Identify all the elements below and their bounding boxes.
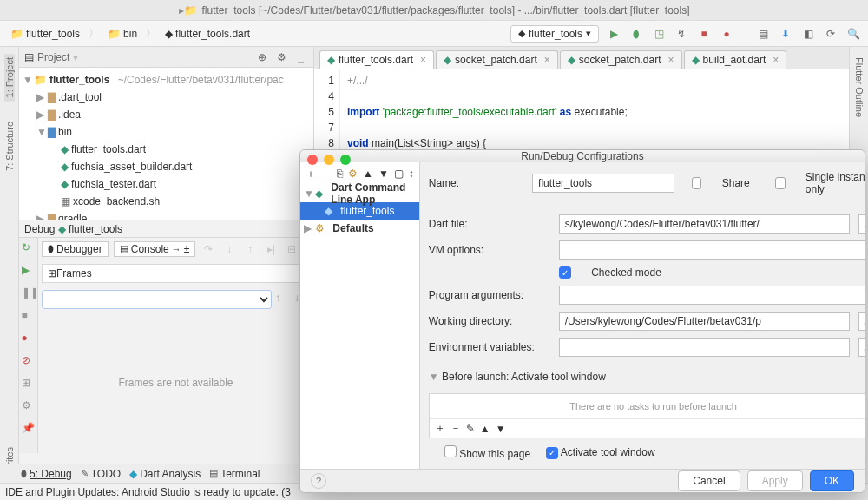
env-label: Environment variables: xyxy=(429,341,550,353)
editor-tab[interactable]: ◆build_aot.dart× xyxy=(684,50,787,69)
before-launch-label[interactable]: Before launch: Activate tool window xyxy=(442,371,606,383)
config-tree[interactable]: ▼◆ Dart Command Line App ◆ flutter_tools… xyxy=(300,185,419,469)
run-icon[interactable]: ▶ xyxy=(606,26,621,42)
rerun-icon[interactable]: ↻ xyxy=(22,241,36,255)
layout-icon[interactable]: ⊞ xyxy=(22,377,36,391)
stop-icon[interactable]: ■ xyxy=(696,26,712,42)
run-config-selector[interactable]: ◆ flutter_tools ▾ xyxy=(510,25,599,43)
wd-input[interactable] xyxy=(559,312,850,331)
project-tab[interactable]: 1: Project xyxy=(4,54,15,101)
status-message[interactable]: IDE and Plugin Updates: Android Studio i… xyxy=(5,486,291,498)
debugger-tab[interactable]: ⬮ Debugger xyxy=(42,241,108,257)
hide-icon[interactable]: ⎯ xyxy=(293,49,308,65)
add-config-icon[interactable]: ＋ xyxy=(306,167,316,181)
search-icon[interactable]: 🔍 xyxy=(845,26,861,42)
browse-dartfile-icon[interactable]: … xyxy=(858,214,865,234)
eval-icon[interactable]: ⊟ xyxy=(284,241,299,257)
bl-add-icon[interactable]: ＋ xyxy=(435,421,445,436)
config-group[interactable]: ▼◆ Dart Command Line App xyxy=(300,185,419,202)
run-to-icon[interactable]: ▸| xyxy=(263,241,279,257)
vm-input[interactable] xyxy=(559,240,865,260)
checked-mode-checkbox[interactable]: ✓ xyxy=(559,266,571,279)
ok-button[interactable]: OK xyxy=(810,470,854,491)
bp-icon[interactable]: ● xyxy=(22,332,36,345)
profile-icon[interactable]: ◳ xyxy=(651,26,667,42)
avd-icon[interactable]: ▤ xyxy=(755,26,771,42)
single-instance-checkbox[interactable] xyxy=(775,177,785,189)
console-tab[interactable]: ▤ Console →± xyxy=(114,241,196,257)
config-defaults[interactable]: ▶⚙ Defaults xyxy=(300,220,419,237)
close-window-icon[interactable] xyxy=(307,155,318,165)
move-down-icon[interactable]: ▼ xyxy=(378,168,389,180)
bl-down-icon: ▼ xyxy=(496,423,506,435)
cancel-button[interactable]: Cancel xyxy=(678,470,740,491)
sync-icon[interactable]: ⟳ xyxy=(823,26,838,42)
minimize-window-icon[interactable] xyxy=(324,155,334,165)
attach-icon[interactable]: ↯ xyxy=(674,26,689,42)
pause-icon[interactable]: ❚❚ xyxy=(22,286,36,300)
frame-up-icon[interactable]: ↑ xyxy=(275,292,291,307)
breadcrumb-root[interactable]: 📁 flutter_tools xyxy=(7,27,83,41)
debug-tool-tab[interactable]: ⬮ 5: Debug xyxy=(21,468,72,480)
collapse-icon[interactable]: ⊕ xyxy=(254,49,270,65)
settings-icon[interactable]: ⚙ xyxy=(22,399,36,413)
edit-defaults-icon[interactable]: ⚙ xyxy=(348,168,358,180)
breadcrumb-bin[interactable]: 📁 bin xyxy=(104,27,141,41)
dart-analysis-tab[interactable]: ◆ Dart Analysis xyxy=(129,468,201,480)
tree-file[interactable]: ◆ fuchsia_asset_builder.dart xyxy=(19,158,313,175)
layout-icon[interactable]: ◧ xyxy=(800,26,816,42)
browse-wd-icon[interactable]: … xyxy=(858,312,865,331)
folder-icon[interactable]: ▢ xyxy=(394,168,404,180)
resume-icon[interactable]: ▶ xyxy=(22,264,36,278)
mute-bp-icon[interactable]: ⊘ xyxy=(22,354,36,368)
dialog-titlebar[interactable]: Run/Debug Configurations xyxy=(300,150,865,162)
debug-icon[interactable]: ⬮ xyxy=(628,26,644,42)
step-out-icon[interactable]: ↑ xyxy=(242,241,258,257)
editor-tab[interactable]: ◆flutter_tools.dart× xyxy=(319,50,434,69)
step-over-icon[interactable]: ↷ xyxy=(201,241,216,257)
tree-file[interactable]: ▦ xcode_backend.sh xyxy=(19,193,313,210)
sdk-icon[interactable]: ⬇ xyxy=(778,26,793,42)
remove-config-icon[interactable]: － xyxy=(321,167,332,181)
breadcrumb-file[interactable]: ◆ flutter_tools.dart xyxy=(161,27,253,41)
tree-idea[interactable]: ▶▇ .idea xyxy=(19,106,313,123)
project-tree[interactable]: ▼📁 flutter_tools ~/Codes/Flutter/betav03… xyxy=(19,68,313,220)
tree-gradle[interactable]: ▶▇ gradle xyxy=(19,210,313,220)
edit-env-icon[interactable]: … xyxy=(858,338,865,357)
flutter-outline-tab[interactable]: Flutter Outline xyxy=(854,54,865,121)
tree-dart-tool[interactable]: ▶▇ .dart_tool xyxy=(19,89,313,106)
name-input[interactable] xyxy=(532,174,674,193)
tree-root[interactable]: ▼📁 flutter_tools ~/Codes/Flutter/betav03… xyxy=(19,71,313,89)
tree-bin[interactable]: ▼▇ bin xyxy=(19,123,313,141)
dartfile-input[interactable] xyxy=(559,214,850,234)
editor-tab[interactable]: ◆socket_patch.dart× xyxy=(436,50,558,69)
frames-empty: Frames are not available xyxy=(38,312,313,453)
close-icon[interactable]: × xyxy=(773,54,779,66)
activate-tool-checkbox[interactable]: ✓ xyxy=(546,447,558,459)
zoom-window-icon[interactable] xyxy=(340,155,351,165)
structure-tab[interactable]: 7: Structure xyxy=(4,118,15,174)
share-checkbox[interactable] xyxy=(692,177,701,189)
show-page-checkbox[interactable] xyxy=(444,445,457,457)
move-up-icon[interactable]: ▲ xyxy=(363,168,373,180)
record-icon[interactable]: ● xyxy=(719,26,734,42)
apply-button[interactable]: Apply xyxy=(747,470,803,491)
tree-file[interactable]: ◆ fuchsia_tester.dart xyxy=(19,175,313,193)
args-input[interactable] xyxy=(559,286,865,305)
close-icon[interactable]: × xyxy=(420,54,426,66)
env-input[interactable] xyxy=(559,338,850,357)
frames-select[interactable] xyxy=(42,290,272,309)
stop-run-icon[interactable]: ■ xyxy=(22,309,36,323)
close-icon[interactable]: × xyxy=(668,54,674,66)
gear-icon[interactable]: ⚙ xyxy=(273,49,289,65)
tree-file[interactable]: ◆ flutter_tools.dart xyxy=(19,141,313,158)
help-icon[interactable]: ? xyxy=(311,473,326,489)
close-icon[interactable]: × xyxy=(544,54,550,66)
terminal-tab[interactable]: ▤ Terminal xyxy=(209,468,260,480)
sort-icon[interactable]: ↕ xyxy=(409,168,414,180)
copy-config-icon[interactable]: ⎘ xyxy=(337,168,343,180)
pin-icon[interactable]: 📌 xyxy=(22,422,36,436)
editor-tab[interactable]: ◆socket_patch.dart× xyxy=(560,50,682,69)
todo-tool-tab[interactable]: ✎ TODO xyxy=(81,468,121,480)
step-into-icon[interactable]: ↓ xyxy=(221,241,237,257)
